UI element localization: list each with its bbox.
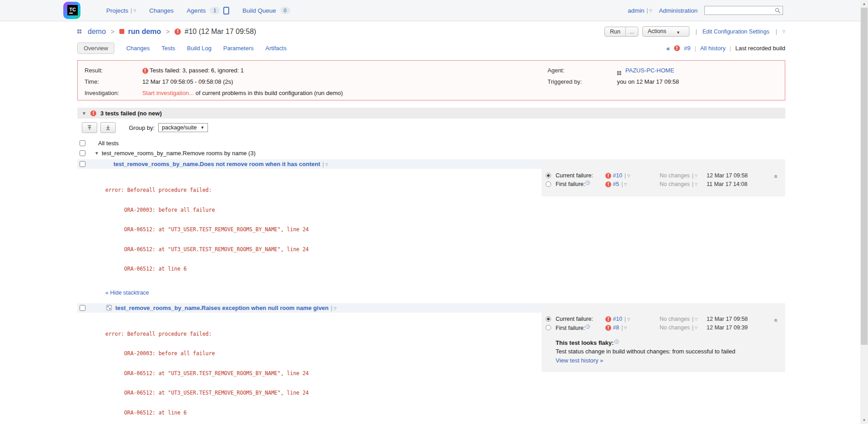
- chevron-down-icon[interactable]: ▽: [334, 306, 336, 310]
- changes-link[interactable]: Changes: [149, 7, 174, 14]
- chevron-down-icon[interactable]: ▽: [783, 29, 785, 33]
- collapse-triangle-icon[interactable]: ▼: [94, 151, 99, 156]
- group-by-label: Group by:: [129, 124, 155, 131]
- vertical-scrollbar[interactable]: ▲ ▼: [860, 0, 868, 424]
- search-box: [704, 6, 783, 15]
- agents-link[interactable]: Agents: [187, 7, 206, 14]
- scroll-up-arrow[interactable]: ▲: [860, 0, 868, 8]
- hide-stacktrace-link[interactable]: « Hide stacktrace: [105, 290, 149, 296]
- separator: |: [331, 305, 332, 311]
- build-link[interactable]: #8: [613, 324, 619, 331]
- scroll-down-arrow[interactable]: ▼: [860, 416, 868, 424]
- triggered-by-label: Triggered by:: [547, 76, 615, 87]
- error-icon: !: [175, 29, 181, 35]
- projects-link[interactable]: Projects: [106, 7, 128, 14]
- administration-link[interactable]: Administration: [659, 7, 698, 14]
- tab-parameters[interactable]: Parameters: [223, 45, 254, 52]
- separator: |: [694, 45, 696, 52]
- all-tests-checkbox[interactable]: [80, 140, 85, 146]
- collapse-panel-icon[interactable]: «: [773, 319, 780, 322]
- chevron-down-icon[interactable]: ▽: [695, 182, 698, 186]
- nav-item-projects[interactable]: Projects|▽: [106, 7, 136, 14]
- current-failure-label: Current failure:: [556, 316, 605, 322]
- tests-toolbar: Group by: package/suite ▼: [82, 122, 785, 133]
- test-name-link[interactable]: test_remove_rooms_by_name.Raises excepti…: [115, 305, 329, 311]
- tab-artifacts[interactable]: Artifacts: [265, 45, 287, 52]
- user-menu[interactable]: admin|▽: [627, 7, 652, 14]
- breadcrumb-config-link[interactable]: run demo: [128, 28, 161, 36]
- teamcity-logo[interactable]: TC: [63, 2, 80, 19]
- tab-overview[interactable]: Overview: [77, 43, 114, 54]
- failed-test-block: test_remove_rooms_by_name.Raises excepti…: [77, 303, 785, 424]
- help-icon[interactable]: ?: [614, 339, 619, 344]
- agents-count-badge: 1: [210, 7, 220, 14]
- first-failure-radio[interactable]: [546, 325, 551, 330]
- collapse-all-button[interactable]: [82, 122, 97, 133]
- chevron-down-icon[interactable]: ▽: [624, 182, 627, 186]
- tab-tests[interactable]: Tests: [161, 45, 175, 52]
- search-input[interactable]: [704, 6, 783, 15]
- test-row: test_remove_rooms_by_name.Does not remov…: [77, 159, 542, 169]
- separator: |: [696, 29, 697, 35]
- chevron-down-icon[interactable]: ▽: [325, 162, 328, 167]
- separator: |: [692, 324, 693, 331]
- chevron-down-icon[interactable]: ▽: [133, 9, 136, 13]
- previous-builds-icon[interactable]: «: [666, 45, 670, 52]
- failure-details-panel: Current failure: ! #10|▽ No changes|▽ 12…: [542, 303, 785, 372]
- collapse-panel-icon[interactable]: «: [773, 175, 780, 178]
- first-failure-radio[interactable]: [546, 181, 551, 187]
- test-name-link[interactable]: test_remove_rooms_by_name.Does not remov…: [113, 161, 320, 167]
- nav-item-agents[interactable]: Agents 1: [187, 7, 229, 14]
- chevron-down-icon[interactable]: ▽: [627, 317, 630, 321]
- collapse-triangle-icon[interactable]: ▼: [82, 111, 86, 116]
- search-icon[interactable]: [775, 8, 781, 14]
- actions-button[interactable]: Actions ▼: [642, 26, 689, 37]
- all-history-link[interactable]: All history: [700, 45, 726, 52]
- tab-changes[interactable]: Changes: [126, 45, 150, 52]
- chevron-down-icon[interactable]: ▽: [695, 174, 698, 178]
- edit-configuration-link[interactable]: Edit Configuration Settings: [703, 29, 769, 35]
- changes-link[interactable]: No changes: [660, 181, 690, 187]
- separator: |: [730, 45, 731, 52]
- breadcrumb-project-link[interactable]: demo: [88, 28, 106, 36]
- changes-link[interactable]: No changes: [660, 172, 690, 179]
- chevron-down-icon[interactable]: ▽: [649, 9, 652, 13]
- changes-link[interactable]: No changes: [660, 324, 690, 331]
- failed-build-square-icon: [119, 29, 124, 34]
- build-link[interactable]: #5: [613, 181, 619, 187]
- chevron-down-icon[interactable]: ▽: [627, 174, 630, 178]
- chevron-down-icon[interactable]: ▽: [695, 317, 698, 321]
- chevron-down-icon[interactable]: ▽: [695, 326, 698, 330]
- group-by-select[interactable]: package/suite ▼: [158, 123, 208, 132]
- caret-down-icon: ▼: [671, 29, 685, 36]
- run-button[interactable]: Run: [605, 27, 625, 36]
- start-investigation-link[interactable]: Start investigation...: [142, 90, 194, 96]
- user-link[interactable]: admin: [627, 7, 644, 14]
- chevron-down-icon[interactable]: ▽: [624, 326, 627, 330]
- flaky-info: This test looks flaky:? Test status chan…: [556, 339, 785, 364]
- run-options-button[interactable]: ...: [625, 27, 637, 36]
- build-queue-link[interactable]: Build Queue: [242, 7, 276, 14]
- expand-all-button[interactable]: [100, 122, 116, 133]
- current-failure-radio[interactable]: [546, 173, 551, 178]
- build-link[interactable]: #10: [613, 316, 622, 322]
- current-failure-radio[interactable]: [546, 316, 551, 322]
- help-icon[interactable]: ?: [585, 181, 590, 185]
- test-checkbox[interactable]: [80, 305, 85, 311]
- help-icon[interactable]: ?: [585, 324, 590, 329]
- build-link[interactable]: #10: [613, 172, 622, 179]
- view-test-history-link[interactable]: View test history »: [556, 357, 603, 364]
- scrollbar-thumb[interactable]: [861, 8, 868, 345]
- changes-link[interactable]: No changes: [660, 316, 690, 322]
- project-grid-icon: [77, 29, 81, 33]
- nav-item-changes[interactable]: Changes: [149, 7, 174, 14]
- top-bar-right: admin|▽ Administration: [627, 6, 783, 15]
- test-checkbox[interactable]: [80, 161, 85, 167]
- suite-checkbox[interactable]: [80, 150, 85, 156]
- agent-link[interactable]: PAZUS-PC-HOME: [625, 67, 674, 74]
- nav-item-build-queue[interactable]: Build Queue 0: [242, 7, 290, 14]
- flaky-test-icon: [106, 305, 112, 311]
- previous-build-link[interactable]: #9: [684, 45, 690, 52]
- failed-tests-section-bar[interactable]: ▼ ! 3 tests failed (no new): [77, 108, 785, 119]
- tab-build-log[interactable]: Build Log: [187, 45, 212, 52]
